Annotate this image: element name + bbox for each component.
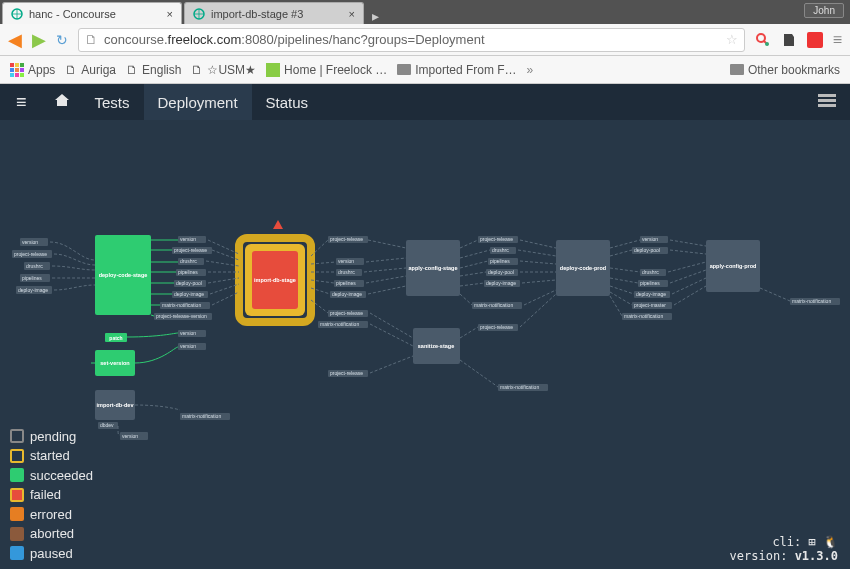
res-final: matrix-notification — [790, 298, 840, 305]
bookmarks-bar: Apps 🗋Auriga 🗋English 🗋☆USM★ Home | Free… — [0, 56, 850, 84]
svg-text:project-release-version: project-release-version — [156, 313, 207, 319]
mid-res-col4: version deploy-pool drushrc pipelines de… — [622, 236, 672, 320]
linux-icon[interactable]: 🐧 — [823, 535, 838, 549]
job-apply-config-prod[interactable]: apply-config-prod — [706, 240, 760, 292]
tab-1[interactable]: import-db-stage #3 × — [184, 2, 364, 24]
file-icon: 🗋 — [191, 63, 203, 77]
bookmark-usm[interactable]: 🗋☆USM★ — [191, 63, 256, 77]
legend-failed: failed — [10, 485, 93, 505]
magnifier-icon[interactable] — [755, 32, 771, 48]
menu-icon[interactable]: ≡ — [0, 92, 43, 113]
tab-title: hanc - Concourse — [29, 8, 116, 20]
fl-icon — [266, 63, 280, 77]
evernote-icon[interactable] — [781, 32, 797, 48]
job-deploy-code-stage[interactable]: deploy-code-stage — [95, 235, 151, 315]
svg-text:project-release: project-release — [480, 324, 513, 330]
close-icon[interactable]: × — [349, 8, 355, 20]
pipeline-canvas[interactable]: version project-release drushrc pipeline… — [0, 120, 850, 569]
legend-aborted: aborted — [10, 524, 93, 544]
bookmark-english[interactable]: 🗋English — [126, 63, 181, 77]
svg-text:project-release: project-release — [480, 236, 513, 242]
svg-text:deploy-pool: deploy-pool — [634, 247, 660, 253]
svg-text:matrix-notification: matrix-notification — [624, 313, 663, 319]
job-sanitize-stage[interactable]: sanitize-stage — [413, 328, 460, 364]
home-icon[interactable] — [43, 91, 81, 113]
svg-text:deploy-image: deploy-image — [332, 291, 362, 297]
red-box-icon[interactable] — [807, 32, 823, 48]
res-version-bottom: version — [120, 432, 148, 440]
svg-text:version: version — [22, 239, 38, 245]
svg-text:drushrc: drushrc — [26, 263, 43, 269]
svg-text:patch: patch — [109, 335, 122, 341]
windows-icon[interactable]: ⊞ — [809, 535, 816, 549]
bookmark-home[interactable]: Home | Freelock … — [266, 63, 387, 77]
svg-text:deploy-code-stage: deploy-code-stage — [99, 272, 148, 278]
job-deploy-code-prod[interactable]: deploy-code-prod — [556, 240, 610, 296]
svg-text:deploy-image: deploy-image — [174, 291, 204, 297]
nav-tests[interactable]: Tests — [81, 84, 144, 120]
mid-res-col1: version project-release drushrc pipeline… — [154, 236, 212, 350]
svg-text:drushrc: drushrc — [642, 269, 659, 275]
close-icon[interactable]: × — [167, 8, 173, 20]
job-import-db-dev[interactable]: import-db-dev — [95, 390, 135, 420]
svg-text:matrix-notification: matrix-notification — [792, 298, 831, 304]
bookmark-imported[interactable]: Imported From F… — [397, 63, 516, 77]
resource-dbdev[interactable]: dbdev — [98, 422, 118, 429]
svg-text:pipelines: pipelines — [22, 275, 42, 281]
chrome-menu-icon[interactable]: ≡ — [833, 31, 842, 49]
svg-rect-7 — [818, 99, 836, 102]
back-button[interactable]: ◀ — [8, 29, 22, 51]
new-tab-button[interactable]: ▸ — [364, 8, 387, 24]
svg-text:matrix-notification: matrix-notification — [162, 302, 201, 308]
svg-text:project-release: project-release — [14, 251, 47, 257]
stack-icon[interactable] — [804, 94, 850, 111]
folder-icon — [730, 64, 744, 75]
bookmark-auriga[interactable]: 🗋Auriga — [65, 63, 116, 77]
svg-text:pipelines: pipelines — [336, 280, 356, 286]
svg-point-4 — [765, 42, 769, 46]
tab-0[interactable]: hanc - Concourse × — [2, 2, 182, 24]
svg-text:pipelines: pipelines — [490, 258, 510, 264]
concourse-app: ≡ Tests Deployment Status version projec… — [0, 84, 850, 569]
bookmark-star-icon[interactable]: ☆ — [726, 32, 738, 47]
legend-succeeded: succeeded — [10, 466, 93, 486]
footer: cli: ⊞ 🐧 version: v1.3.0 — [730, 535, 838, 563]
nav-status[interactable]: Status — [252, 84, 323, 120]
job-apply-config-stage[interactable]: apply-config-stage — [406, 240, 460, 296]
legend: pending started succeeded failed errored… — [10, 427, 93, 564]
url-bar[interactable]: 🗋 concourse.freelock.com:8080/pipelines/… — [78, 28, 745, 52]
job-set-version[interactable]: set-version — [95, 350, 135, 376]
legend-errored: errored — [10, 505, 93, 525]
svg-text:matrix-notification: matrix-notification — [182, 413, 221, 419]
svg-text:deploy-pool: deploy-pool — [176, 280, 202, 286]
job-import-db-stage[interactable]: import-db-stage — [239, 238, 311, 322]
res-matrix-bottom: matrix-notification — [180, 413, 230, 420]
mid-res-col2: project-release version drushrc pipeline… — [318, 236, 368, 377]
apps-button[interactable]: Apps — [10, 63, 55, 77]
extension-icons: ≡ — [755, 31, 842, 49]
svg-text:import-db-dev: import-db-dev — [97, 402, 135, 408]
legend-pending: pending — [10, 427, 93, 447]
url-info-icon[interactable]: 🗋 — [85, 32, 98, 47]
user-badge[interactable]: John — [804, 3, 844, 18]
pipeline-graph: version project-release drushrc pipeline… — [0, 120, 850, 569]
top-nav: ≡ Tests Deployment Status — [0, 84, 850, 120]
resource-patch[interactable]: patch — [105, 333, 127, 342]
forward-button[interactable]: ▶ — [32, 29, 46, 51]
svg-text:deploy-image: deploy-image — [636, 291, 666, 297]
mid-res-col3: project-release drushrc pipelines deploy… — [472, 236, 548, 391]
folder-icon — [397, 64, 411, 75]
legend-paused: paused — [10, 544, 93, 564]
other-bookmarks[interactable]: Other bookmarks — [730, 63, 840, 77]
svg-text:deploy-code-prod: deploy-code-prod — [560, 265, 606, 271]
svg-text:matrix-notification: matrix-notification — [320, 321, 359, 327]
svg-text:pipelines: pipelines — [640, 280, 660, 286]
reload-button[interactable]: ↻ — [56, 32, 68, 48]
svg-text:drushrc: drushrc — [492, 247, 509, 253]
svg-text:project-release: project-release — [330, 236, 363, 242]
nav-deployment[interactable]: Deployment — [144, 84, 252, 120]
svg-text:import-db-stage: import-db-stage — [254, 277, 296, 283]
svg-text:pipelines: pipelines — [178, 269, 198, 275]
bookmark-overflow[interactable]: » — [527, 63, 534, 77]
concourse-favicon — [193, 8, 205, 20]
